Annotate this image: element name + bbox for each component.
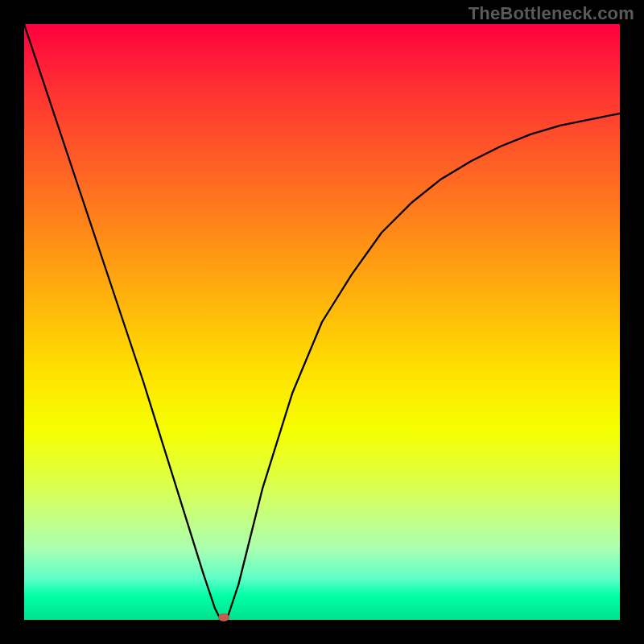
watermark-text: TheBottleneck.com (469, 3, 634, 24)
plot-area (24, 24, 620, 620)
bottleneck-curve (24, 24, 620, 620)
optimal-point-marker (218, 613, 229, 621)
chart-frame: TheBottleneck.com (0, 0, 644, 644)
curve-polyline (24, 24, 620, 620)
